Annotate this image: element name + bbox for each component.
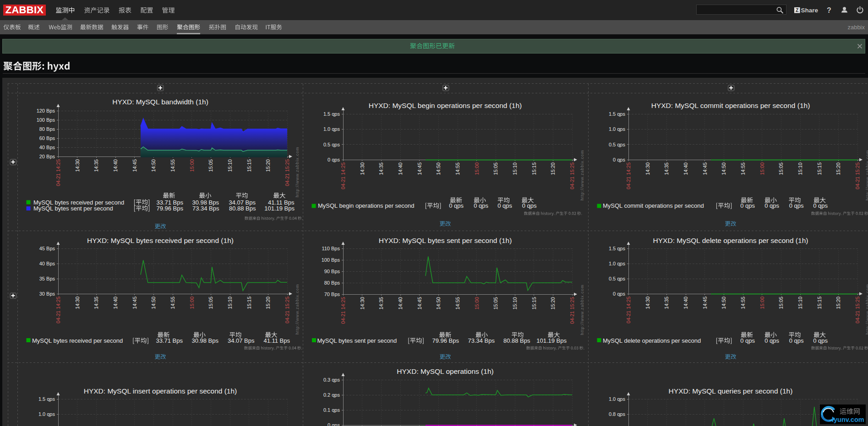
svg-text:0 qps: 0 qps	[740, 202, 755, 209]
svg-text:0.5 qps: 0.5 qps	[609, 276, 626, 281]
svg-text:MySQL bytes sent per second: MySQL bytes sent per second	[317, 337, 397, 344]
svg-text:80 Bps: 80 Bps	[39, 126, 55, 132]
svg-text:15:15: 15:15	[246, 159, 252, 172]
svg-text:15:20: 15:20	[550, 297, 556, 310]
svg-text:70 Bps: 70 Bps	[324, 291, 340, 297]
svg-text:15:05: 15:05	[493, 162, 498, 175]
svg-text:1.5 qps: 1.5 qps	[609, 111, 626, 117]
svg-text:15:10: 15:10	[512, 297, 518, 310]
svg-text:0.8 qps: 0.8 qps	[609, 411, 626, 417]
svg-text:14:55: 14:55	[740, 162, 746, 175]
svg-text:14:55: 14:55	[170, 297, 175, 309]
svg-text:1.0 qps: 1.0 qps	[38, 411, 55, 417]
svg-text:0 qps: 0 qps	[613, 291, 625, 297]
svg-text:14:55: 14:55	[740, 297, 746, 309]
svg-text:HYXD: MySQL bytes sent per sec: HYXD: MySQL bytes sent per second (1h)	[379, 237, 512, 244]
svg-text:110 Bps: 110 Bps	[322, 246, 340, 251]
svg-text:35 Bps: 35 Bps	[39, 276, 55, 281]
svg-text:14:40: 14:40	[398, 297, 403, 310]
svg-text:0 qps: 0 qps	[764, 337, 779, 344]
svg-text:1.0 qps: 1.0 qps	[323, 126, 340, 132]
svg-text:15:05: 15:05	[208, 297, 213, 309]
svg-text:http://www.zabbix.com: http://www.zabbix.com	[295, 146, 300, 197]
svg-text:0 qps: 0 qps	[789, 202, 804, 209]
svg-text:1.0 qps: 1.0 qps	[609, 396, 626, 402]
svg-text:MySQL bytes sent per second: MySQL bytes sent per second	[33, 205, 113, 212]
svg-text:15:05: 15:05	[493, 297, 498, 310]
svg-text:15:10: 15:10	[512, 162, 518, 175]
svg-text:MySQL commit operations per se: MySQL commit operations per second	[603, 202, 704, 209]
svg-text:HYXD: MySQL bytes received per: HYXD: MySQL bytes received per second (1…	[87, 237, 234, 244]
svg-text:15:10: 15:10	[227, 297, 233, 309]
svg-text:15:20: 15:20	[265, 159, 271, 172]
svg-text:?: ?	[827, 6, 831, 14]
svg-text:15:00: 15:00	[759, 162, 765, 175]
svg-text:04-21 14:25: 04-21 14:25	[626, 297, 631, 324]
svg-text:zabbix: zabbix	[847, 24, 865, 31]
svg-text:0 qps: 0 qps	[474, 202, 488, 209]
svg-text:14:45: 14:45	[702, 297, 708, 309]
svg-text:14:50: 14:50	[436, 162, 441, 175]
svg-text:http://www.zabbix.com: http://www.zabbix.com	[865, 284, 868, 334]
svg-text:0.5 qps: 0.5 qps	[609, 142, 626, 147]
svg-text:15:10: 15:10	[227, 159, 233, 172]
svg-text:0.1 qps: 0.1 qps	[323, 407, 340, 413]
svg-text:14:50: 14:50	[151, 159, 156, 172]
svg-text:33.71 Bps: 33.71 Bps	[156, 337, 183, 344]
svg-text:1.0 qps: 1.0 qps	[609, 126, 626, 132]
svg-text:80.88 Bps: 80.88 Bps	[229, 205, 256, 212]
svg-text:14:40: 14:40	[398, 162, 403, 175]
svg-text:MySQL bytes received per secon: MySQL bytes received per second	[32, 337, 123, 344]
svg-text:15:05: 15:05	[778, 297, 784, 309]
svg-text:101.19 Bps: 101.19 Bps	[264, 205, 295, 212]
svg-text:04-21 15:25: 04-21 15:25	[569, 162, 575, 189]
svg-text:73.34 Bps: 73.34 Bps	[468, 337, 495, 344]
svg-text:14:45: 14:45	[132, 159, 137, 172]
svg-text:14:30: 14:30	[75, 297, 80, 309]
svg-text:HYXD: MySQL begin operations p: HYXD: MySQL begin operations per second …	[369, 102, 522, 109]
svg-text:0 qps: 0 qps	[328, 422, 340, 426]
svg-text:http://www.zabbix.com: http://www.zabbix.com	[295, 284, 300, 334]
svg-text:http://www.zabbix.com: http://www.zabbix.com	[580, 150, 584, 200]
svg-text:14:35: 14:35	[93, 159, 99, 172]
svg-text:0 qps: 0 qps	[522, 202, 537, 209]
svg-text:0 qps: 0 qps	[328, 157, 340, 162]
svg-text:14:40: 14:40	[113, 159, 118, 172]
svg-text:14:55: 14:55	[170, 159, 175, 172]
svg-text:14:45: 14:45	[417, 297, 422, 310]
svg-text:100 Bps: 100 Bps	[37, 117, 55, 123]
svg-text:1.5 qps: 1.5 qps	[609, 246, 626, 251]
svg-text:79.96 Bps: 79.96 Bps	[156, 205, 183, 212]
svg-text:0 qps: 0 qps	[813, 202, 828, 209]
svg-text:14:40: 14:40	[113, 297, 118, 309]
svg-text:http://www.zabbix.com: http://www.zabbix.com	[865, 150, 868, 200]
svg-text:1.0 qps: 1.0 qps	[609, 261, 626, 266]
svg-text:14:35: 14:35	[378, 162, 384, 175]
svg-text:Z: Z	[796, 7, 799, 13]
svg-text:60 Bps: 60 Bps	[39, 135, 55, 141]
svg-text:15:20: 15:20	[835, 162, 841, 175]
svg-text:14:35: 14:35	[378, 297, 384, 310]
svg-text:0 qps: 0 qps	[740, 337, 755, 344]
svg-text:15:05: 15:05	[778, 162, 784, 175]
svg-text:14:35: 14:35	[664, 162, 669, 175]
svg-text:0.5 qps: 0.5 qps	[323, 142, 340, 147]
svg-text:14:30: 14:30	[360, 162, 365, 175]
svg-text:HYXD: MySQL insert operations: HYXD: MySQL insert operations per second…	[84, 387, 237, 395]
svg-text:1.5 qps: 1.5 qps	[323, 111, 340, 117]
svg-text:04-21 15:25: 04-21 15:25	[855, 162, 860, 189]
svg-text:14:55: 14:55	[455, 162, 460, 175]
svg-text:04-21 14:25: 04-21 14:25	[340, 162, 346, 189]
svg-text:HYXD: MySQL delete operations: HYXD: MySQL delete operations per second…	[653, 237, 808, 244]
svg-text:1.5 qps: 1.5 qps	[38, 396, 55, 402]
svg-text:14:50: 14:50	[436, 297, 441, 310]
svg-text:14:50: 14:50	[721, 162, 726, 175]
svg-text:40 Bps: 40 Bps	[39, 261, 55, 266]
svg-text:30.98 Bps: 30.98 Bps	[191, 337, 218, 344]
svg-text:0 qps: 0 qps	[613, 157, 625, 162]
svg-text:04-21 14:25: 04-21 14:25	[626, 162, 631, 189]
svg-text:15:00: 15:00	[759, 297, 765, 309]
svg-text:15:15: 15:15	[531, 297, 537, 310]
svg-text:14:40: 14:40	[683, 297, 688, 309]
svg-text:HYXD: MySQL operations (1h): HYXD: MySQL operations (1h)	[397, 367, 493, 375]
